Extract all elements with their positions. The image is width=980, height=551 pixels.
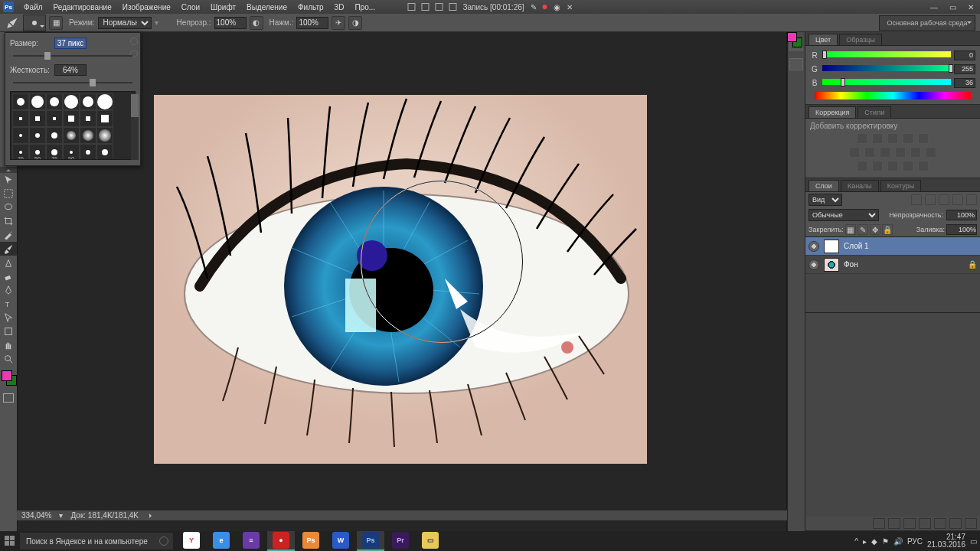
layer-group-icon[interactable] <box>934 518 946 529</box>
shape-tool[interactable] <box>0 324 17 338</box>
adj-icon[interactable] <box>872 133 883 144</box>
hand-tool[interactable] <box>0 338 17 352</box>
play-icon[interactable] <box>149 514 154 518</box>
mic-icon[interactable] <box>159 536 168 546</box>
brush-preset[interactable]: 25 <box>12 144 29 160</box>
brush-preset[interactable] <box>80 93 96 110</box>
brush-hardness-input[interactable] <box>54 64 87 76</box>
close-button[interactable]: ✕ <box>962 0 980 14</box>
brush-preset[interactable] <box>80 144 96 160</box>
zoom-tool[interactable] <box>0 352 17 366</box>
brush-hardness-slider[interactable] <box>13 79 132 86</box>
adj-icon[interactable] <box>910 147 921 158</box>
brush-preset-grid[interactable]: 25502550 <box>10 91 136 160</box>
brush-size-slider[interactable] <box>13 52 132 60</box>
workspace-selector[interactable]: Основная рабочая среда <box>879 15 975 31</box>
b-slider[interactable] <box>822 79 951 86</box>
pencil-icon[interactable]: ✎ <box>531 3 537 11</box>
brush-preset[interactable] <box>80 110 96 127</box>
adj-icon[interactable] <box>857 133 867 144</box>
adj-icon[interactable] <box>918 133 929 144</box>
gear-icon[interactable] <box>130 37 138 45</box>
tab-swatches[interactable]: Образцы <box>839 34 882 45</box>
visibility-toggle[interactable] <box>808 259 819 270</box>
taskbar-app[interactable]: ▭ <box>416 531 444 551</box>
minimize-button[interactable]: — <box>925 0 943 14</box>
brush-preset[interactable]: 50 <box>63 144 80 160</box>
brush-preset[interactable] <box>12 93 29 110</box>
adj-icon[interactable] <box>887 133 898 144</box>
fill-input[interactable] <box>946 224 977 235</box>
notifications-icon[interactable]: ▭ <box>970 537 977 546</box>
pressure-opacity-toggle[interactable]: ◐ <box>250 16 263 30</box>
taskbar-app[interactable]: W <box>327 531 354 551</box>
brush-preset[interactable] <box>12 127 29 144</box>
tray-icon[interactable]: ⚑ <box>882 537 889 546</box>
brush-preset[interactable] <box>96 144 113 160</box>
brush-preset[interactable] <box>63 110 80 127</box>
adj-icon[interactable] <box>926 147 936 158</box>
brush-preset[interactable]: 50 <box>29 144 46 160</box>
tray-chevron-icon[interactable]: ^ <box>854 537 858 546</box>
start-button[interactable] <box>5 536 15 546</box>
r-slider[interactable] <box>822 51 951 59</box>
brush-preset[interactable] <box>29 110 46 127</box>
tray-icon[interactable]: ◆ <box>871 537 877 546</box>
close-icon[interactable]: ✕ <box>567 3 573 11</box>
r-input[interactable] <box>954 51 975 60</box>
brush-tool[interactable] <box>0 242 17 256</box>
taskbar-app[interactable]: e <box>207 531 235 551</box>
visibility-toggle[interactable] <box>808 241 819 252</box>
brush-preset[interactable] <box>46 110 63 127</box>
zoom-level[interactable]: 334,04% <box>21 511 51 520</box>
delete-layer-icon[interactable] <box>965 518 977 529</box>
airbrush-toggle[interactable]: ✈ <box>332 16 345 30</box>
menu-file[interactable]: Файл <box>18 2 48 13</box>
flow-input[interactable] <box>296 17 328 29</box>
layer-filter-kind[interactable]: Вид <box>808 194 842 206</box>
tab-paths[interactable]: Контуры <box>880 180 921 191</box>
tray-icon[interactable]: ▸ <box>863 537 867 546</box>
eyedropper-tool[interactable] <box>0 228 17 242</box>
filter-icon[interactable] <box>911 194 922 205</box>
maximize-button[interactable]: ▭ <box>943 0 962 14</box>
adj-icon[interactable] <box>857 161 867 171</box>
brush-preset[interactable] <box>29 93 46 110</box>
brush-panel-toggle[interactable]: ▦ <box>49 16 63 30</box>
blend-mode-select[interactable]: Обычные <box>808 209 879 221</box>
brush-preset[interactable] <box>96 127 113 144</box>
layer-mask-icon[interactable] <box>903 518 916 529</box>
blend-mode-select[interactable]: Нормальный <box>98 17 152 29</box>
menu-layer[interactable]: Слои <box>176 2 205 13</box>
brush-preset[interactable] <box>46 93 63 110</box>
brush-preset[interactable] <box>12 110 29 127</box>
brush-preset[interactable]: 25 <box>46 144 63 160</box>
pen-tool[interactable] <box>0 283 17 297</box>
canvas[interactable] <box>154 95 647 464</box>
crop-tool[interactable] <box>0 214 17 228</box>
layer-row[interactable]: Слой 1 <box>805 237 980 256</box>
taskbar-app[interactable]: ● <box>267 531 295 551</box>
tab-color[interactable]: Цвет <box>808 34 838 45</box>
camera-icon[interactable]: ◉ <box>554 3 560 11</box>
eraser-tool[interactable] <box>0 269 17 283</box>
color-swatches[interactable] <box>0 369 17 390</box>
record-dot-icon[interactable] <box>543 5 547 9</box>
menu-edit[interactable]: Редактирование <box>48 2 117 13</box>
brush-preset[interactable] <box>29 127 46 144</box>
layer-fx-icon[interactable] <box>888 518 900 529</box>
adj-icon[interactable] <box>849 147 860 158</box>
filter-icon[interactable] <box>966 194 977 205</box>
taskbar-app[interactable]: Ps <box>357 531 384 551</box>
g-slider[interactable] <box>822 65 951 73</box>
filter-icon[interactable] <box>925 194 936 205</box>
adjustment-layer-icon[interactable] <box>919 518 931 529</box>
layer-name[interactable]: Фон <box>844 260 858 269</box>
language-indicator[interactable]: РУС <box>907 537 923 546</box>
foreground-color[interactable] <box>2 370 12 381</box>
adj-icon[interactable] <box>903 161 913 171</box>
menu-image[interactable]: Изображение <box>117 2 176 13</box>
screen-mode[interactable] <box>0 393 17 403</box>
adj-icon[interactable] <box>903 133 913 144</box>
clock[interactable]: 21:4721.03.2016 <box>927 533 965 549</box>
